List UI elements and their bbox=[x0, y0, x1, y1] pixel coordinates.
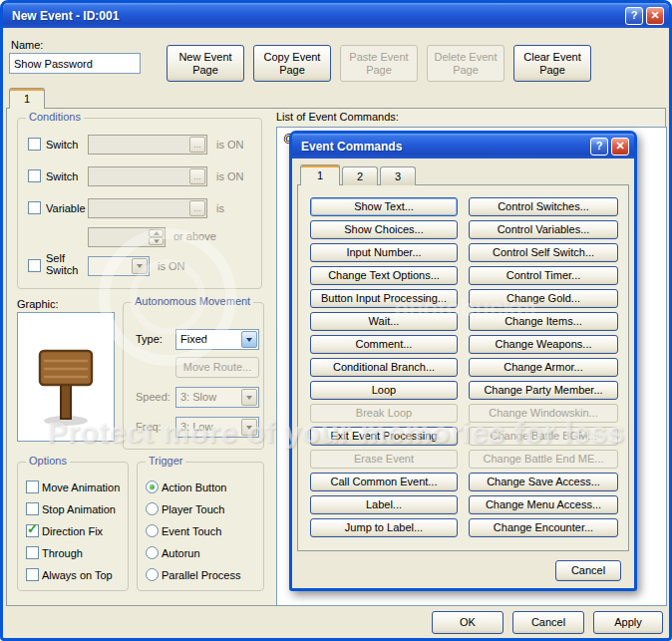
self-switch-label: Self Switch bbox=[46, 252, 84, 276]
change-battle-bgm-button: Change Battle BGM... bbox=[469, 427, 618, 446]
direction-fix-checkbox[interactable]: ✓ bbox=[26, 524, 39, 537]
autorun-radio[interactable] bbox=[146, 546, 159, 559]
variable-checkbox[interactable] bbox=[28, 201, 41, 214]
titlebar[interactable]: New Event - ID:001 ? ✕ bbox=[3, 3, 669, 28]
dialog-tab-3[interactable]: 3 bbox=[380, 166, 416, 185]
jump-to-label-button[interactable]: Jump to Label... bbox=[310, 518, 458, 537]
change-windowskin-button: Change Windowskin... bbox=[469, 404, 618, 423]
switch2-checkbox[interactable] bbox=[28, 169, 41, 182]
speed-combo-arrow-icon bbox=[241, 389, 257, 406]
ok-button[interactable]: OK bbox=[432, 611, 504, 634]
page-tab-1[interactable]: 1 bbox=[9, 88, 45, 109]
apply-button[interactable]: Apply bbox=[593, 611, 663, 634]
button-input-processing-button[interactable]: Button Input Processing... bbox=[310, 289, 458, 308]
change-menu-access-button[interactable]: Change Menu Access... bbox=[469, 495, 618, 514]
parallel-process-radio[interactable] bbox=[146, 568, 159, 581]
control-self-switch-button[interactable]: Control Self Switch... bbox=[469, 243, 618, 262]
control-switches-button[interactable]: Control Switches... bbox=[469, 197, 618, 216]
conditions-groupbox: Conditions Switch ... is ON Switch ... i… bbox=[17, 118, 262, 289]
player-touch-radio[interactable] bbox=[146, 502, 159, 515]
break-loop-button: Break Loop bbox=[310, 404, 458, 423]
variable-browse-icon: ... bbox=[189, 200, 205, 216]
move-animation-checkbox[interactable] bbox=[26, 481, 39, 493]
event-touch-radio[interactable] bbox=[146, 524, 159, 537]
dialog-tab-panel: Show Text... Show Choices... Input Numbe… bbox=[297, 184, 629, 551]
always-on-top-label: Always on Top bbox=[42, 569, 113, 581]
options-title: Options bbox=[26, 455, 70, 467]
show-choices-button[interactable]: Show Choices... bbox=[310, 220, 458, 239]
dialog-help-icon[interactable]: ? bbox=[590, 138, 608, 156]
type-label: Type: bbox=[136, 333, 163, 345]
autonomous-movement-title: Autonomous Movement bbox=[132, 295, 253, 307]
action-button-radio[interactable] bbox=[146, 481, 159, 493]
call-common-event-button[interactable]: Call Common Event... bbox=[310, 473, 458, 491]
stop-animation-checkbox[interactable] bbox=[26, 502, 39, 515]
name-input[interactable] bbox=[9, 53, 141, 74]
change-items-button[interactable]: Change Items... bbox=[469, 312, 618, 331]
or-above-label: or above bbox=[173, 230, 216, 242]
window-title: New Event - ID:001 bbox=[12, 9, 622, 23]
through-checkbox[interactable] bbox=[26, 546, 39, 559]
event-touch-label: Event Touch bbox=[162, 525, 221, 537]
control-timer-button[interactable]: Control Timer... bbox=[469, 266, 618, 285]
change-text-options-button[interactable]: Change Text Options... bbox=[310, 266, 458, 285]
radio-dot-icon bbox=[150, 484, 155, 489]
parallel-process-label: Parallel Process bbox=[162, 569, 240, 581]
change-party-member-button[interactable]: Change Party Member... bbox=[469, 381, 618, 400]
comment-button[interactable]: Comment... bbox=[310, 335, 458, 354]
speed-value: 3: Slow bbox=[180, 391, 216, 403]
loop-button[interactable]: Loop bbox=[310, 381, 458, 400]
variable-value-spinner bbox=[88, 227, 166, 247]
player-touch-label: Player Touch bbox=[162, 503, 224, 515]
self-switch-checkbox[interactable] bbox=[28, 259, 41, 272]
dialog-cancel-button[interactable]: Cancel bbox=[555, 560, 621, 581]
new-event-window: New Event - ID:001 ? ✕ Name: New Event P… bbox=[0, 0, 672, 641]
move-type-combo[interactable]: Fixed bbox=[175, 329, 259, 350]
change-gold-button[interactable]: Change Gold... bbox=[469, 289, 618, 308]
paste-event-page-button: Paste Event Page bbox=[340, 45, 418, 82]
clear-event-page-button[interactable]: Clear Event Page bbox=[513, 45, 591, 82]
exit-event-processing-button[interactable]: Exit Event Processing bbox=[310, 427, 458, 446]
speed-combo: 3: Slow bbox=[175, 387, 259, 408]
change-encounter-button[interactable]: Change Encounter... bbox=[469, 518, 618, 537]
switch1-browse-icon: ... bbox=[189, 137, 205, 153]
freq-combo-arrow-icon bbox=[241, 419, 257, 436]
freq-combo: 3: Low bbox=[175, 417, 259, 438]
erase-event-button: Erase Event bbox=[310, 450, 458, 469]
sign-sprite-icon bbox=[34, 343, 98, 427]
direction-fix-label: Direction Fix bbox=[42, 525, 103, 537]
always-on-top-checkbox[interactable] bbox=[26, 568, 39, 581]
label-button[interactable]: Label... bbox=[310, 495, 458, 514]
change-battle-end-me-button: Change Battle End ME... bbox=[469, 450, 618, 469]
graphic-box[interactable] bbox=[17, 312, 115, 442]
input-number-button[interactable]: Input Number... bbox=[310, 243, 458, 262]
dialog-tab-1[interactable]: 1 bbox=[300, 164, 340, 185]
dialog-close-icon[interactable]: ✕ bbox=[611, 138, 629, 156]
show-text-button[interactable]: Show Text... bbox=[310, 197, 458, 216]
cancel-button[interactable]: Cancel bbox=[512, 611, 584, 634]
switch2-field: ... bbox=[88, 166, 207, 186]
check-icon: ✓ bbox=[27, 521, 38, 536]
change-save-access-button[interactable]: Change Save Access... bbox=[469, 473, 618, 491]
wait-button[interactable]: Wait... bbox=[310, 312, 458, 331]
event-commands-dialog: Event Commands ? ✕ 1 2 3 Show Text... Sh… bbox=[289, 131, 637, 591]
switch1-checkbox[interactable] bbox=[28, 138, 41, 151]
control-variables-button[interactable]: Control Variables... bbox=[469, 220, 618, 239]
self-switch-suffix: is ON bbox=[158, 260, 185, 272]
switch1-suffix: is ON bbox=[216, 139, 244, 151]
copy-event-page-button[interactable]: Copy Event Page bbox=[253, 45, 331, 82]
switch2-suffix: is ON bbox=[216, 170, 244, 182]
close-icon[interactable]: ✕ bbox=[646, 7, 664, 25]
help-icon[interactable]: ? bbox=[625, 7, 643, 25]
new-event-page-button[interactable]: New Event Page bbox=[167, 45, 244, 82]
spinner-arrows bbox=[149, 229, 164, 245]
delete-event-page-button: Delete Event Page bbox=[427, 45, 504, 82]
conditional-branch-button[interactable]: Conditional Branch... bbox=[310, 358, 458, 377]
dialog-titlebar[interactable]: Event Commands ? ✕ bbox=[292, 134, 634, 159]
change-armor-button[interactable]: Change Armor... bbox=[469, 358, 618, 377]
change-weapons-button[interactable]: Change Weapons... bbox=[469, 335, 618, 354]
name-label: Name: bbox=[11, 39, 43, 51]
freq-label: Freq: bbox=[136, 421, 162, 433]
dialog-tab-2[interactable]: 2 bbox=[342, 166, 378, 185]
switch2-browse-icon: ... bbox=[189, 168, 205, 184]
